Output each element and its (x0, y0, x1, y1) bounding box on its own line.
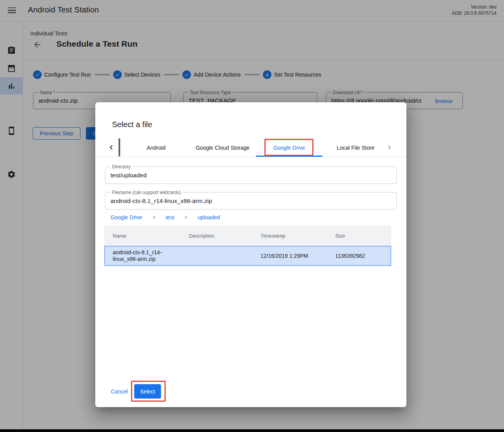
filename-field-label: Filename (can support wildcards) (110, 190, 182, 195)
breadcrumb: Google Drive test uploaded (110, 214, 220, 220)
tab-google-drive[interactable]: Google Drive (256, 138, 322, 157)
column-header-name: Name (113, 233, 189, 239)
breadcrumb-test[interactable]: test (166, 214, 175, 220)
filename-field-value[interactable]: android-cts-8.1_r14-linux_x86-arm.zip (110, 198, 212, 205)
directory-field-label: Directory (110, 164, 132, 170)
breadcrumb-google-drive[interactable]: Google Drive (110, 214, 142, 220)
file-table: Name Description Timestamp Size android-… (104, 226, 391, 266)
chevron-right-icon (385, 143, 394, 152)
chevron-right-icon (151, 214, 157, 220)
select-button[interactable]: Select (134, 384, 161, 399)
column-header-timestamp: Timestamp (261, 233, 335, 239)
tab-google-cloud-storage[interactable]: Google Cloud Storage (189, 138, 256, 157)
tabs-divider (95, 157, 406, 157)
file-size-cell: 1136392982 (335, 253, 390, 259)
dialog-title: Select a file (112, 120, 152, 129)
tabs-scroll-right-button[interactable] (385, 143, 394, 152)
tabs-scroll-divider (119, 138, 120, 156)
tab-local-file-store[interactable]: Local File Store (322, 138, 389, 157)
chevron-right-icon (183, 214, 189, 220)
column-header-size: Size (335, 233, 391, 239)
select-file-dialog: Select a file Android Google Cloud Stora… (95, 102, 406, 407)
directory-field-value[interactable]: test/uploaded (110, 172, 147, 179)
cancel-button[interactable]: Cancel (111, 388, 128, 395)
file-source-tabs: Android Google Cloud Storage Google Driv… (95, 138, 406, 157)
tab-list: Android Google Cloud Storage Google Driv… (123, 138, 389, 157)
filename-field[interactable]: Filename (can support wildcards) android… (105, 192, 397, 210)
file-name-cell: android-cts-8.1_r14-linux_x86-arm.zip (113, 249, 189, 262)
chevron-left-icon (107, 143, 116, 152)
table-row-selected-file[interactable]: android-cts-8.1_r14-linux_x86-arm.zip 12… (104, 246, 391, 266)
directory-field[interactable]: Directory test/uploaded (105, 166, 397, 184)
android-test-station-screen: Android Test Station Version: dev ADB: 2… (0, 0, 504, 432)
file-table-header: Name Description Timestamp Size (104, 226, 391, 246)
column-header-description: Description (189, 233, 261, 239)
tabs-scroll-left-button[interactable] (107, 143, 116, 152)
breadcrumb-uploaded[interactable]: uploaded (198, 214, 220, 220)
tab-android[interactable]: Android (123, 138, 189, 157)
file-timestamp-cell: 12/16/2019 1:29PM (261, 253, 335, 259)
